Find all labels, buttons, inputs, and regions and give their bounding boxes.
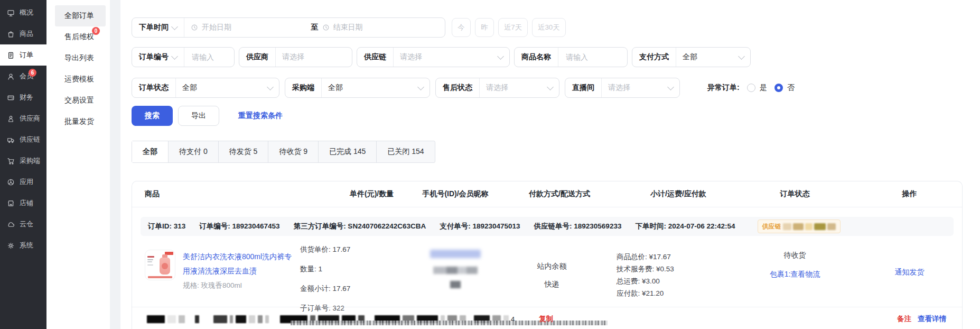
order-table: 商品 单件(元)/数量 手机号(ID)/会员昵称 付款方式/配送方式 小计/运费… bbox=[132, 181, 963, 329]
amount-subtotal: 金额小计: 17.67 bbox=[300, 284, 408, 294]
col-header-payment-delivery: 付款方式/配送方式 bbox=[503, 189, 601, 199]
sidebar-item-shop[interactable]: 店铺 bbox=[0, 193, 46, 214]
sidebar-item-procurement[interactable]: 采购端 bbox=[0, 150, 46, 171]
notify-ship-link[interactable]: 通知发货 bbox=[895, 268, 925, 277]
sidebar-item-supplier[interactable]: 供应商 bbox=[0, 108, 46, 129]
sidebar-item-members[interactable]: 会员 6 bbox=[0, 66, 46, 87]
quick-range-30days-button[interactable]: 近30天 bbox=[532, 18, 565, 37]
sidebar-item-cloud-warehouse[interactable]: 云仓 bbox=[0, 214, 46, 235]
product-name-filter: 商品名称 bbox=[514, 47, 628, 67]
submenu-item-all-orders[interactable]: 全部订单 bbox=[55, 5, 106, 26]
sidebar-item-label: 财务 bbox=[20, 93, 33, 102]
main-sidebar: 概况 商品 订单 会员 6 财务 供应商 供应链 采购端 应用 店铺 云仓 bbox=[0, 0, 46, 329]
supplier-select[interactable]: 请选择 bbox=[275, 48, 352, 67]
chevron-down-icon bbox=[267, 84, 274, 90]
note-link[interactable]: 备注 bbox=[897, 314, 911, 324]
radio-checked-icon bbox=[774, 84, 783, 92]
after-sale-status-select[interactable]: 请选择 bbox=[479, 78, 559, 97]
product-title-link[interactable]: 美舒洁内衣洗衣液800ml洗内裤专用液清洗液深层去血渍 bbox=[183, 250, 298, 278]
order-no-type-select[interactable]: 订单编号 bbox=[132, 48, 184, 67]
sidebar-item-finance[interactable]: 财务 bbox=[0, 87, 46, 108]
supply-chain-select[interactable]: 请选择 bbox=[393, 48, 509, 67]
abnormal-yes-radio[interactable]: 是 bbox=[747, 83, 767, 93]
supply-chain-filter: 供应链 请选择 bbox=[357, 47, 510, 67]
chevron-down-icon bbox=[417, 84, 424, 90]
system-gear-icon bbox=[7, 242, 15, 250]
live-room-filter: 直播间 请选择 bbox=[565, 78, 680, 98]
order-no-filter: 订单编号 bbox=[132, 47, 235, 67]
payment-method: 站内余额 bbox=[537, 262, 567, 271]
sidebar-item-supply-chain[interactable]: 供应链 bbox=[0, 129, 46, 150]
date-range-to-label: 至 bbox=[311, 23, 319, 32]
redacted-text bbox=[827, 223, 836, 230]
procurement-side-filter: 采购端 全部 bbox=[285, 78, 430, 98]
abnormal-no-radio[interactable]: 否 bbox=[774, 83, 795, 93]
order-status-filter: 订单状态 全部 bbox=[132, 78, 279, 98]
sidebar-item-overview[interactable]: 概况 bbox=[0, 2, 46, 23]
submenu-item-export-list[interactable]: 导出列表 bbox=[55, 48, 106, 69]
order-meta-bar: 订单ID: 313 订单编号: 189230467453 第三方订单编号: SN… bbox=[141, 217, 954, 236]
sidebar-item-system[interactable]: 系统 bbox=[0, 235, 46, 256]
sidebar-item-apps[interactable]: 应用 bbox=[0, 171, 46, 193]
time-type-select[interactable]: 下单时间 bbox=[132, 18, 184, 37]
tab-pending-payment[interactable]: 待支付 0 bbox=[169, 141, 219, 162]
live-room-select[interactable]: 请选择 bbox=[601, 78, 679, 97]
cloud-warehouse-icon bbox=[7, 221, 15, 229]
after-sale-status-filter-label: 售后状态 bbox=[443, 83, 472, 93]
supply-unit-price: 供货单价: 17.67 bbox=[300, 245, 408, 254]
sidebar-item-orders[interactable]: 订单 bbox=[0, 44, 46, 66]
end-date-input[interactable]: 结束日期 bbox=[333, 23, 363, 32]
package-logistics-link[interactable]: 包裹1:查看物流 bbox=[769, 267, 821, 281]
quick-range-today-button[interactable]: 今 bbox=[452, 18, 471, 37]
members-user-icon bbox=[7, 72, 15, 80]
totals-cell: 商品总价: ¥17.67 技术服务费: ¥0.53 总运费: ¥3.00 应付款… bbox=[601, 236, 733, 313]
view-detail-link[interactable]: 查看详情 bbox=[918, 314, 946, 324]
order-status-filter-label: 订单状态 bbox=[139, 83, 169, 93]
apps-icon bbox=[7, 178, 15, 186]
order-no-input[interactable] bbox=[191, 52, 228, 62]
unit-price-qty-cell: 供货单价: 17.67 数量: 1 金额小计: 17.67 子订单号: 322 bbox=[297, 236, 408, 313]
supply-chain-number: 供应链单号: 189230569233 bbox=[534, 222, 622, 231]
chevron-down-icon bbox=[738, 53, 745, 60]
submenu-item-freight-template[interactable]: 运费模板 bbox=[55, 69, 106, 90]
quick-range-7days-button[interactable]: 近7天 bbox=[498, 18, 528, 37]
tech-service-fee: 技术服务费: ¥0.53 bbox=[617, 263, 733, 275]
payment-method-select[interactable]: 全部 bbox=[676, 48, 750, 67]
finance-wallet-icon bbox=[7, 94, 15, 102]
submenu-item-after-sale[interactable]: 售后维权0 bbox=[55, 26, 106, 48]
tab-closed[interactable]: 已关闭 154 bbox=[377, 141, 434, 162]
payment-delivery-cell: 站内余额 快递 bbox=[503, 236, 601, 313]
quick-range-yesterday-button[interactable]: 昨 bbox=[475, 18, 494, 37]
tab-completed[interactable]: 已完成 145 bbox=[319, 141, 377, 162]
col-header-order-status: 订单状态 bbox=[733, 189, 857, 199]
col-header-actions: 操作 bbox=[857, 189, 962, 199]
abnormal-order-label: 异常订单: bbox=[707, 83, 740, 93]
chevron-down-icon bbox=[667, 84, 674, 90]
supplier-filter: 供应商 请选择 bbox=[239, 47, 352, 67]
tab-pending-shipment[interactable]: 待发货 5 bbox=[219, 141, 269, 162]
procurement-side-select[interactable]: 全部 bbox=[321, 78, 430, 97]
amount-payable: 应付款: ¥21.20 bbox=[617, 287, 733, 299]
tab-all[interactable]: 全部 bbox=[132, 141, 169, 162]
product-image[interactable] bbox=[145, 250, 175, 280]
export-button[interactable]: 导出 bbox=[178, 106, 219, 126]
live-room-filter-label: 直播间 bbox=[572, 83, 594, 93]
date-range-picker[interactable]: 开始日期 至 结束日期 bbox=[184, 18, 445, 37]
payment-number: 支付单号: 189230475013 bbox=[440, 222, 520, 231]
goods-bag-icon bbox=[7, 30, 15, 38]
sidebar-item-goods[interactable]: 商品 bbox=[0, 23, 46, 44]
order-status-select[interactable]: 全部 bbox=[175, 78, 279, 97]
search-button[interactable]: 搜索 bbox=[132, 106, 173, 126]
submenu-item-trade-settings[interactable]: 交易设置 bbox=[55, 90, 106, 111]
submenu-item-batch-ship[interactable]: 批量发货 bbox=[55, 111, 106, 132]
copy-link[interactable]: 复制 bbox=[539, 314, 553, 324]
chevron-down-icon bbox=[171, 23, 178, 30]
reset-search-link[interactable]: 重置搜索条件 bbox=[238, 111, 283, 121]
tab-pending-receipt[interactable]: 待收货 9 bbox=[268, 141, 319, 162]
filter-actions: 搜索 导出 重置搜索条件 bbox=[132, 106, 963, 126]
product-name-input[interactable] bbox=[565, 52, 621, 62]
order-number: 订单编号: 189230467453 bbox=[199, 222, 279, 231]
supplier-filter-label: 供应商 bbox=[246, 52, 268, 62]
redacted-text bbox=[814, 223, 826, 230]
start-date-input[interactable]: 开始日期 bbox=[202, 23, 231, 32]
